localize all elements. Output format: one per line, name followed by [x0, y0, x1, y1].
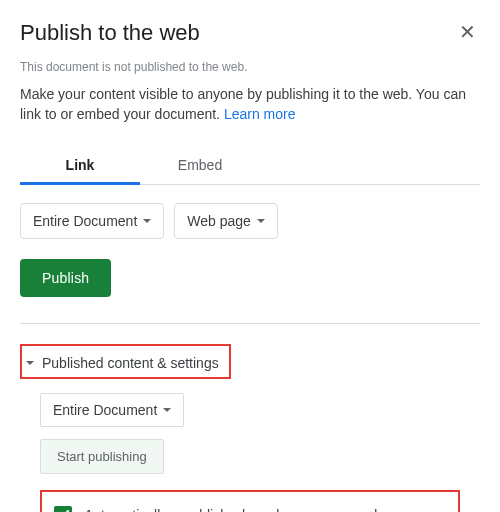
auto-republish-checkbox[interactable]: Automatically republish when changes are…: [54, 506, 385, 512]
highlight-box-settings: Published content & settings: [20, 344, 231, 379]
checkbox-checked-icon: [54, 506, 72, 512]
format-select[interactable]: Web page: [174, 203, 278, 239]
scope-select[interactable]: Entire Document: [20, 203, 164, 239]
chevron-down-icon: [257, 219, 265, 223]
published-settings-label: Published content & settings: [42, 355, 219, 371]
tab-embed[interactable]: Embed: [140, 147, 260, 184]
learn-more-link[interactable]: Learn more: [224, 106, 296, 122]
chevron-down-icon: [163, 408, 171, 412]
tab-link[interactable]: Link: [20, 147, 140, 184]
publish-button[interactable]: Publish: [20, 259, 111, 297]
start-publishing-button[interactable]: Start publishing: [40, 439, 164, 474]
chevron-down-icon: [26, 361, 34, 365]
tabs: Link Embed: [20, 147, 480, 185]
scope-select-label: Entire Document: [33, 213, 137, 229]
published-settings-expander[interactable]: Published content & settings: [26, 355, 219, 371]
publish-status-text: This document is not published to the we…: [20, 60, 480, 74]
dialog-title: Publish to the web: [20, 20, 200, 46]
dialog-description: Make your content visible to anyone by p…: [20, 84, 480, 125]
close-icon[interactable]: ✕: [455, 20, 480, 44]
divider: [20, 323, 480, 324]
settings-scope-label: Entire Document: [53, 402, 157, 418]
highlight-box-auto-republish: Automatically republish when changes are…: [40, 490, 460, 512]
settings-scope-select[interactable]: Entire Document: [40, 393, 184, 427]
auto-republish-label: Automatically republish when changes are…: [84, 507, 385, 512]
chevron-down-icon: [143, 219, 151, 223]
format-select-label: Web page: [187, 213, 251, 229]
